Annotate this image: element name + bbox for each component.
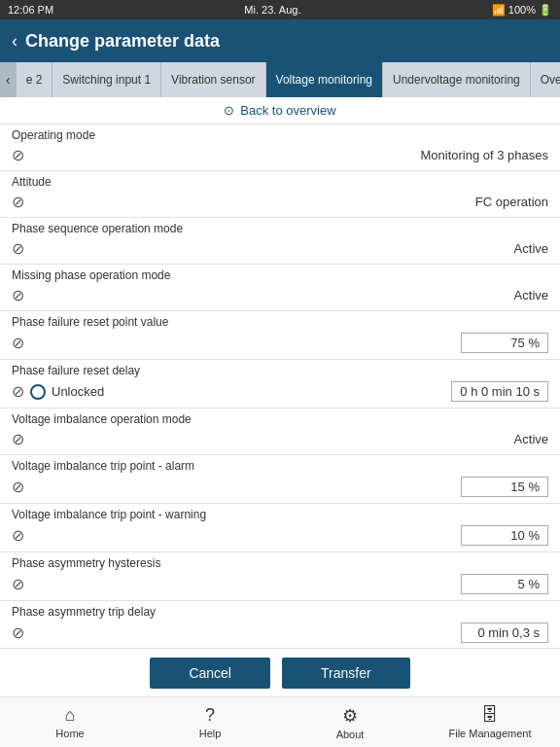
tab-vibration[interactable]: Vibration sensor (161, 62, 266, 97)
tab-prev-button[interactable]: ‹ (0, 62, 17, 97)
param-value-box[interactable]: 0 min 0,3 s (461, 622, 548, 643)
param-value-row: ⊘Active (0, 428, 560, 454)
param-group: Missing phase operation mode⊘Active (0, 265, 560, 311)
param-value-row: ⊘FC operation (0, 191, 560, 217)
param-value-text: Monitoring of 3 phases (420, 148, 548, 162)
param-value-row: ⊘Unlocked0 h 0 min 10 s (0, 379, 560, 408)
cancel-button[interactable]: Cancel (150, 658, 270, 689)
home-label: Home (55, 728, 84, 739)
file-management-label: File Management (449, 728, 532, 739)
param-group: Phase sequence operation mode⊘Active (0, 218, 560, 265)
param-group: Phase asymmetry trip delay⊘0 min 0,3 s (0, 601, 560, 648)
param-left: ⊘ (12, 286, 30, 304)
nav-item-help[interactable]: ?Help (140, 697, 280, 747)
param-value-box[interactable]: 5 % (461, 574, 548, 594)
bottom-nav: ⌂Home?Help⚙About🗄File Management (0, 696, 560, 747)
param-value-row: ⊘Active (0, 284, 560, 310)
tab-undervoltage[interactable]: Undervoltage monitoring (383, 62, 531, 97)
param-group: Voltage imbalance trip point - alarm⊘15 … (0, 455, 560, 504)
param-group: Operating mode⊘Monitoring of 3 phases (0, 124, 560, 171)
check-circle-icon: ⊘ (12, 623, 24, 642)
header: ‹ Change parameter data (0, 19, 560, 62)
param-left: ⊘Unlocked (12, 382, 104, 401)
check-circle-icon: ⊘ (12, 526, 24, 545)
tab-ove[interactable]: Ove (531, 62, 560, 97)
param-value-box[interactable]: 10 % (461, 525, 548, 546)
param-left: ⊘ (12, 430, 30, 448)
unlock-icon (30, 384, 46, 400)
unlock-label: Unlocked (52, 384, 104, 399)
param-left: ⊘ (12, 575, 30, 593)
param-label: Phase asymmetry trip delay (0, 601, 560, 621)
param-label: Missing phase operation mode (0, 265, 560, 284)
param-left: ⊘ (12, 193, 30, 211)
param-value-text: Active (514, 241, 548, 256)
tab-e2[interactable]: e 2 (17, 62, 53, 97)
param-value-row: ⊘75 % (0, 331, 560, 359)
param-group: Attitude⊘FC operation (0, 171, 560, 218)
param-label: Operating mode (0, 124, 560, 144)
nav-item-home[interactable]: ⌂Home (0, 697, 140, 747)
param-left: ⊘ (12, 239, 30, 258)
status-battery: 📶 100% 🔋 (492, 4, 552, 17)
tab-switching1[interactable]: Switching input 1 (52, 62, 161, 97)
param-left: ⊘ (12, 478, 30, 496)
check-circle-icon: ⊘ (12, 286, 24, 304)
check-circle-icon: ⊘ (12, 575, 24, 593)
status-date: Mi. 23. Aug. (244, 4, 300, 16)
about-label: About (336, 729, 365, 740)
nav-item-about[interactable]: ⚙About (280, 697, 420, 747)
param-group: Voltage imbalance operation mode⊘Active (0, 409, 560, 455)
tab-bar: ‹ e 2 Switching input 1 Vibration sensor… (0, 62, 560, 97)
param-value-row: ⊘Monitoring of 3 phases (0, 144, 560, 170)
param-value-row: ⊘10 % (0, 523, 560, 551)
parameter-list: Operating mode⊘Monitoring of 3 phasesAtt… (0, 124, 560, 648)
back-overview-label: Back to overview (240, 103, 335, 118)
nav-item-file-management[interactable]: 🗄File Management (420, 697, 560, 747)
action-bar: Cancel Transfer (0, 648, 560, 696)
param-group: Phase asymmetry hysteresis⊘5 % (0, 552, 560, 601)
param-value-row: ⊘15 % (0, 475, 560, 503)
back-button[interactable]: ‹ (12, 31, 18, 52)
tab-voltage[interactable]: Voltage monitoring (266, 62, 383, 97)
file-management-icon: 🗄 (481, 705, 499, 726)
param-label: Phase failure reset point value (0, 311, 560, 331)
param-left: ⊘ (12, 526, 30, 545)
back-overview-icon: ⊙ (224, 103, 234, 118)
help-icon: ? (205, 705, 215, 726)
param-value-row: ⊘0 min 0,3 s (0, 621, 560, 648)
about-icon: ⚙ (342, 705, 358, 727)
transfer-button[interactable]: Transfer (282, 658, 410, 689)
param-left: ⊘ (12, 623, 30, 642)
param-left: ⊘ (12, 146, 30, 164)
param-value-box[interactable]: 75 % (461, 333, 548, 353)
param-group: Phase failure reset delay⊘Unlocked0 h 0 … (0, 360, 560, 409)
param-group: Phase failure reset point value⊘75 % (0, 311, 560, 360)
back-overview-button[interactable]: ⊙ Back to overview (0, 97, 560, 124)
wifi-icon: 📶 (492, 4, 506, 16)
help-label: Help (199, 728, 222, 739)
param-label: Phase asymmetry hysteresis (0, 552, 560, 572)
check-circle-icon: ⊘ (12, 478, 24, 496)
home-icon: ⌂ (65, 705, 76, 726)
check-circle-icon: ⊘ (12, 334, 24, 352)
check-circle-icon: ⊘ (12, 382, 24, 401)
param-value-box[interactable]: 15 % (461, 477, 548, 497)
param-label: Voltage imbalance operation mode (0, 409, 560, 428)
status-bar: 12:06 PM Mi. 23. Aug. 📶 100% 🔋 (0, 0, 560, 19)
param-group: Voltage imbalance trip point - warning⊘1… (0, 504, 560, 552)
check-circle-icon: ⊘ (12, 239, 24, 258)
page-title: Change parameter data (25, 31, 220, 52)
param-value-box[interactable]: 0 h 0 min 10 s (451, 381, 548, 402)
param-value-text: FC operation (475, 195, 548, 209)
param-value-row: ⊘5 % (0, 572, 560, 600)
param-label: Voltage imbalance trip point - alarm (0, 455, 560, 475)
param-label: Voltage imbalance trip point - warning (0, 504, 560, 523)
status-time: 12:06 PM (8, 4, 53, 16)
check-circle-icon: ⊘ (12, 193, 24, 211)
param-label: Attitude (0, 171, 560, 191)
check-circle-icon: ⊘ (12, 430, 24, 448)
param-value-text: Active (514, 288, 548, 302)
param-left: ⊘ (12, 334, 30, 352)
param-value-row: ⊘Active (0, 237, 560, 264)
